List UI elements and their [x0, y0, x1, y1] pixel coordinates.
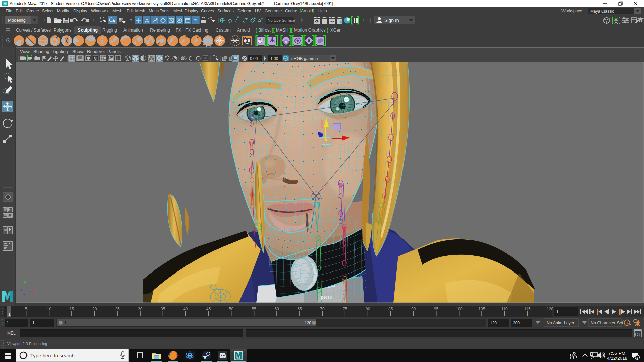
svg-text:?: ? [194, 18, 197, 23]
svg-text:Sign In: Sign In [384, 18, 399, 23]
svg-text:sRGB gamma: sRGB gamma [291, 56, 318, 61]
svg-text:120: 120 [305, 321, 311, 325]
svg-text:ON: ON [284, 57, 287, 60]
svg-text:50: 50 [229, 307, 234, 311]
svg-text:z: z [20, 287, 23, 292]
svg-text:60: 60 [275, 307, 279, 311]
svg-text:95: 95 [434, 307, 439, 311]
svg-text:70: 70 [320, 307, 325, 311]
svg-text:1: 1 [64, 321, 67, 325]
svg-text:T: T [117, 56, 119, 60]
svg-text:30: 30 [138, 307, 143, 311]
svg-text:2: 2 [636, 356, 638, 359]
svg-text:90: 90 [411, 307, 416, 311]
svg-text:M: M [3, 2, 7, 6]
svg-text:1: 1 [8, 312, 11, 317]
svg-text:110: 110 [501, 307, 508, 311]
svg-text:persp: persp [321, 295, 332, 300]
svg-text:x: x [31, 288, 34, 293]
svg-text:5: 5 [25, 307, 28, 311]
svg-text:1: 1 [556, 309, 559, 314]
svg-text:105: 105 [478, 307, 485, 311]
svg-text:{;}: {;} [635, 333, 641, 336]
svg-text:35: 35 [161, 307, 165, 311]
svg-text:20: 20 [92, 307, 97, 311]
svg-text:120: 120 [490, 321, 497, 325]
svg-text:No Character Set: No Character Set [591, 321, 623, 325]
svg-text:15: 15 [69, 307, 74, 311]
svg-text:1: 1 [32, 321, 35, 325]
svg-text:55: 55 [252, 307, 257, 311]
svg-text:25: 25 [115, 307, 120, 311]
svg-text:No Live Surface: No Live Surface [268, 18, 295, 22]
svg-text:115: 115 [524, 307, 531, 311]
svg-text:120: 120 [547, 307, 553, 311]
svg-text:40: 40 [183, 307, 188, 311]
svg-text:10: 10 [47, 307, 52, 311]
svg-text:80: 80 [366, 307, 370, 311]
svg-text:y: y [24, 279, 26, 284]
svg-text:1: 1 [7, 321, 9, 325]
svg-text:100: 100 [455, 307, 462, 311]
svg-text:Type here to search: Type here to search [30, 353, 75, 358]
svg-text:1.00: 1.00 [270, 56, 278, 61]
svg-text:75: 75 [343, 307, 347, 311]
svg-text:MAYA: MAYA [236, 358, 241, 360]
svg-text:0.00: 0.00 [250, 56, 258, 61]
svg-text:200: 200 [513, 321, 520, 325]
svg-text:No Anim Layer: No Anim Layer [547, 321, 574, 325]
svg-text:45: 45 [206, 307, 211, 311]
svg-text:65: 65 [297, 307, 302, 311]
svg-text:Modeling: Modeling [8, 18, 26, 23]
svg-text:7:56 PM: 7:56 PM [608, 351, 625, 356]
svg-text:85: 85 [388, 307, 393, 311]
svg-text:IPR: IPR [330, 20, 335, 23]
svg-text:4/22/2018: 4/22/2018 [607, 356, 627, 361]
